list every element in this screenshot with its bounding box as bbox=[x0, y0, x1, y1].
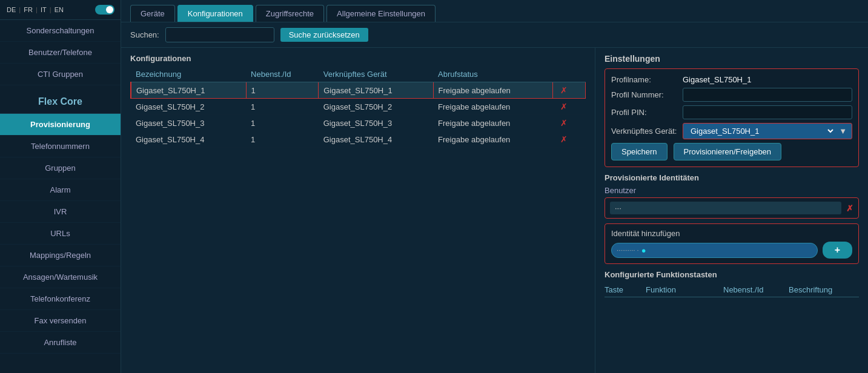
content-area: Konfigurationen Bezeichnung Nebenst./Id … bbox=[121, 48, 868, 373]
sidebar-item-provisionierung[interactable]: Provisionierung bbox=[0, 114, 121, 136]
profil-pin-label: Profil PIN: bbox=[611, 108, 678, 117]
circle-icon: ● bbox=[641, 246, 646, 255]
table-row[interactable]: Gigaset_SL750H_3 1 Gigaset_SL750H_3 Frei… bbox=[131, 115, 586, 131]
lang-de[interactable]: DE bbox=[7, 6, 16, 13]
sidebar-item-alarm[interactable]: Alarm bbox=[0, 179, 121, 201]
device-select-container: Gigaset_SL750H_1 ▼ bbox=[683, 123, 852, 139]
profilname-value: Gigaset_SL750H_1 bbox=[683, 75, 852, 84]
device-select-row: Verknüpftes Gerät: Gigaset_SL750H_1 ▼ bbox=[611, 123, 852, 139]
table-row[interactable]: Gigaset_SL750H_1 1 Gigaset_SL750H_1 Frei… bbox=[131, 82, 586, 99]
profilname-row: Profilname: Gigaset_SL750H_1 bbox=[611, 75, 852, 84]
func-col-beschriftung: Beschriftung bbox=[789, 285, 859, 294]
col-bezeichnung: Bezeichnung bbox=[131, 67, 246, 82]
lang-it[interactable]: IT bbox=[41, 6, 47, 13]
provisioned-identities-title: Provisionierte Identitäten bbox=[605, 173, 859, 182]
func-col-taste: Taste bbox=[605, 285, 641, 294]
col-actions bbox=[553, 67, 586, 82]
tab-geraete[interactable]: Geräte bbox=[130, 5, 175, 22]
delete-icon[interactable]: ✗ bbox=[558, 118, 570, 128]
sidebar-item-gruppen[interactable]: Gruppen bbox=[0, 157, 121, 179]
profil-nummer-label: Profil Nummer: bbox=[611, 90, 678, 99]
config-table: Bezeichnung Nebenst./Id Verknüpftes Gerä… bbox=[130, 67, 586, 148]
cell-geraet: Gigaset_SL750H_3 bbox=[319, 115, 433, 131]
device-select[interactable]: Gigaset_SL750H_1 bbox=[688, 126, 835, 136]
cell-status: Freigabe abgelaufen bbox=[433, 115, 553, 131]
main-content: Geräte Konfigurationen Zugriffsrechte Al… bbox=[121, 0, 868, 373]
cell-bezeichnung: Gigaset_SL750H_4 bbox=[131, 131, 246, 148]
language-selector: DE | FR | IT | EN bbox=[6, 6, 64, 13]
profilname-label: Profilname: bbox=[611, 75, 678, 84]
theme-toggle[interactable] bbox=[95, 5, 114, 15]
search-input[interactable] bbox=[165, 27, 274, 42]
func-col-nebenst: Nebenst./Id bbox=[723, 285, 784, 294]
delete-icon[interactable]: ✗ bbox=[558, 134, 570, 144]
sidebar-item-mappings-regeln[interactable]: Mappings/Regeln bbox=[0, 245, 121, 266]
add-identity-box: Identität hinzufügen ·········· · ● + bbox=[605, 223, 859, 264]
chevron-down-icon: ▼ bbox=[839, 127, 847, 136]
sidebar-item-fax-versenden[interactable]: Fax versenden bbox=[0, 310, 121, 332]
sidebar-item-sonderschaltungen[interactable]: Sonderschaltungen bbox=[0, 20, 121, 42]
device-label: Verknüpftes Gerät: bbox=[611, 127, 678, 136]
settings-title: Einstellungen bbox=[605, 54, 859, 64]
func-keys-title: Konfigurierte Funktionstasten bbox=[605, 270, 859, 279]
tab-allgemeine-einstellungen[interactable]: Allgemeine Einstellungen bbox=[326, 5, 436, 22]
func-col-funktion: Funktion bbox=[646, 285, 718, 294]
cell-bezeichnung: Gigaset_SL750H_3 bbox=[131, 115, 246, 131]
cell-nebenst: 1 bbox=[246, 99, 319, 115]
add-identity-placeholder: ·········· · bbox=[617, 246, 639, 254]
cell-status: Freigabe abgelaufen bbox=[433, 99, 553, 115]
cell-delete[interactable]: ✗ bbox=[553, 99, 586, 115]
table-row[interactable]: Gigaset_SL750H_4 1 Gigaset_SL750H_4 Frei… bbox=[131, 131, 586, 148]
add-identity-row: ·········· · ● + bbox=[611, 242, 852, 259]
profil-nummer-input[interactable] bbox=[683, 88, 852, 102]
tab-bar: Geräte Konfigurationen Zugriffsrechte Al… bbox=[121, 0, 868, 22]
cell-geraet: Gigaset_SL750H_2 bbox=[319, 99, 433, 115]
sidebar-item-anrufliste[interactable]: Anrufliste bbox=[0, 332, 121, 354]
tab-konfigurationen[interactable]: Konfigurationen bbox=[177, 5, 253, 22]
delete-icon[interactable]: ✗ bbox=[558, 85, 570, 95]
profil-pin-input[interactable] bbox=[683, 105, 852, 119]
add-identity-label: Identität hinzufügen bbox=[611, 229, 852, 238]
delete-icon[interactable]: ✗ bbox=[558, 102, 570, 111]
provision-button[interactable]: Provisionieren/Freigeben bbox=[674, 143, 782, 160]
sidebar-item-flex-core[interactable]: Flex Core bbox=[0, 85, 121, 114]
sidebar-item-telefonnummern[interactable]: Telefonnummern bbox=[0, 136, 121, 157]
col-status: Abrufstatus bbox=[433, 67, 553, 82]
cell-bezeichnung: Gigaset_SL750H_1 bbox=[131, 82, 246, 99]
add-identity-button[interactable]: + bbox=[823, 242, 852, 259]
search-bar: Suchen: Suche zurücksetzen bbox=[121, 22, 868, 48]
sidebar-item-cti-gruppen[interactable]: CTI Gruppen bbox=[0, 64, 121, 85]
identity-box: ··· ✗ bbox=[605, 197, 859, 219]
action-buttons-row: Speichern Provisionieren/Freigeben bbox=[611, 143, 852, 160]
lang-fr[interactable]: FR bbox=[24, 6, 33, 13]
cell-status: Freigabe abgelaufen bbox=[433, 131, 553, 148]
cell-nebenst: 1 bbox=[246, 82, 319, 99]
save-button[interactable]: Speichern bbox=[611, 143, 668, 160]
benutzer-label: Benutzer bbox=[605, 186, 859, 195]
func-table-header: Taste Funktion Nebenst./Id Beschriftung bbox=[605, 283, 859, 297]
identity-user: ··· bbox=[610, 202, 841, 214]
col-nebenst: Nebenst./Id bbox=[246, 67, 319, 82]
reset-search-button[interactable]: Suche zurücksetzen bbox=[280, 28, 368, 42]
table-row[interactable]: Gigaset_SL750H_2 1 Gigaset_SL750H_2 Frei… bbox=[131, 99, 586, 115]
cell-status: Freigabe abgelaufen bbox=[433, 82, 553, 99]
sidebar-item-ivr[interactable]: IVR bbox=[0, 201, 121, 223]
sidebar-item-benutzer-telefone[interactable]: Benutzer/Telefone bbox=[0, 42, 121, 64]
cell-delete[interactable]: ✗ bbox=[553, 82, 586, 99]
cell-geraet: Gigaset_SL750H_4 bbox=[319, 131, 433, 148]
sidebar-item-urls[interactable]: URLs bbox=[0, 223, 121, 245]
cell-geraet: Gigaset_SL750H_1 bbox=[319, 82, 433, 99]
cell-delete[interactable]: ✗ bbox=[553, 131, 586, 148]
cell-delete[interactable]: ✗ bbox=[553, 115, 586, 131]
sidebar-item-ansagen-wartemusik[interactable]: Ansagen/Wartemusik bbox=[0, 266, 121, 288]
sidebar-item-telefonkonferenz[interactable]: Telefonkonferenz bbox=[0, 288, 121, 310]
cell-nebenst: 1 bbox=[246, 131, 319, 148]
tab-zugriffsrechte[interactable]: Zugriffsrechte bbox=[256, 5, 324, 22]
table-title: Konfigurationen bbox=[130, 54, 586, 63]
add-identity-select[interactable]: ·········· · ● bbox=[611, 243, 818, 258]
lang-en[interactable]: EN bbox=[55, 6, 64, 13]
right-panel: Einstellungen Profilname: Gigaset_SL750H… bbox=[595, 48, 868, 373]
profile-settings-box: Profilname: Gigaset_SL750H_1 Profil Numm… bbox=[605, 68, 859, 167]
profil-nummer-row: Profil Nummer: bbox=[611, 88, 852, 102]
identity-delete-icon[interactable]: ✗ bbox=[846, 203, 853, 213]
